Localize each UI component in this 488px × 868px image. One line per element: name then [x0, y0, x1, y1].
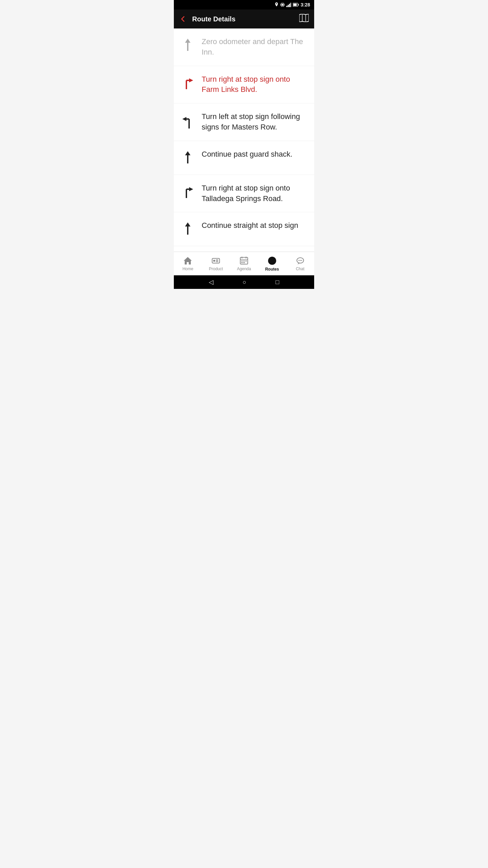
location-icon: [274, 2, 279, 7]
step-6-icon: [179, 220, 196, 237]
page-title: Route Details: [192, 15, 299, 23]
svg-marker-27: [184, 257, 192, 264]
header: Route Details: [174, 9, 314, 28]
svg-rect-7: [290, 3, 291, 7]
chat-icon: [296, 256, 305, 265]
route-step-3: Turn left at stop sign following signs f…: [174, 103, 314, 141]
svg-point-47: [301, 260, 302, 261]
step-3-icon: [179, 112, 196, 130]
svg-rect-10: [293, 4, 297, 6]
svg-marker-21: [185, 151, 190, 155]
svg-marker-24: [189, 187, 193, 191]
nav-item-home[interactable]: Home: [174, 252, 202, 275]
step-1-text: Zero odometer and depart The Inn.: [202, 37, 307, 58]
route-step-1: Zero odometer and depart The Inn.: [174, 28, 314, 66]
signal-icon: [286, 2, 291, 7]
back-button[interactable]: [179, 15, 187, 23]
svg-rect-37: [241, 260, 243, 261]
svg-point-29: [213, 260, 215, 262]
svg-point-45: [298, 260, 299, 261]
routes-icon: [267, 256, 277, 265]
system-back-button[interactable]: ◁: [209, 278, 214, 286]
nav-product-label: Product: [209, 267, 223, 271]
svg-marker-13: [185, 39, 190, 43]
step-6-text: Continue straight at stop sign: [202, 220, 307, 231]
status-icons: 3:28: [274, 2, 310, 7]
system-recent-button[interactable]: □: [276, 279, 279, 286]
nav-routes-label: Routes: [265, 267, 279, 272]
product-icon: [211, 256, 220, 265]
svg-rect-6: [289, 4, 290, 7]
nav-item-chat[interactable]: Chat: [286, 252, 314, 275]
agenda-icon: [240, 256, 248, 265]
map-icon[interactable]: [299, 14, 309, 24]
nav-item-agenda[interactable]: Agenda: [230, 252, 258, 275]
step-3-text: Turn left at stop sign following signs f…: [202, 112, 307, 133]
svg-rect-1: [282, 4, 283, 6]
status-time: 3:28: [301, 2, 310, 7]
nav-item-routes[interactable]: Routes: [258, 252, 286, 275]
svg-rect-39: [245, 260, 247, 261]
svg-point-46: [300, 260, 301, 261]
svg-rect-38: [243, 260, 245, 261]
step-1-icon: [179, 37, 196, 53]
svg-rect-9: [298, 4, 299, 6]
system-home-button[interactable]: ○: [243, 279, 246, 286]
step-4-icon: [179, 149, 196, 165]
svg-marker-11: [299, 14, 309, 22]
battery-icon: [293, 3, 299, 7]
svg-rect-5: [288, 5, 289, 7]
route-step-2: Turn right at stop sign onto Farm Links …: [174, 66, 314, 104]
route-step-6: Continue straight at stop sign: [174, 212, 314, 246]
step-5-icon: [179, 183, 196, 199]
svg-rect-41: [243, 262, 245, 263]
nav-agenda-label: Agenda: [237, 267, 251, 271]
step-4-text: Continue past guard shack.: [202, 149, 307, 160]
nav-chat-label: Chat: [296, 267, 304, 271]
nav-home-label: Home: [182, 267, 193, 271]
svg-rect-4: [286, 6, 287, 7]
home-icon: [183, 256, 192, 265]
nav-item-product[interactable]: Product: [202, 252, 230, 275]
status-bar: 3:28: [174, 0, 314, 9]
step-2-icon: [179, 74, 196, 91]
svg-marker-16: [189, 78, 193, 82]
step-2-text: Turn right at stop sign onto Farm Links …: [202, 74, 307, 95]
svg-marker-19: [182, 117, 186, 121]
step-5-text: Turn right at stop sign onto Talladega S…: [202, 183, 307, 204]
vibrate-icon: [280, 2, 285, 7]
route-step-5: Turn right at stop sign onto Talladega S…: [174, 175, 314, 213]
svg-marker-44: [298, 263, 300, 264]
svg-marker-26: [185, 222, 190, 226]
system-nav-bar: ◁ ○ □: [174, 275, 314, 289]
bottom-nav: Home Product Agenda: [174, 252, 314, 275]
route-steps-list: Zero odometer and depart The Inn. Turn r…: [174, 28, 314, 252]
svg-rect-40: [241, 262, 243, 263]
route-step-4: Continue past guard shack.: [174, 141, 314, 175]
